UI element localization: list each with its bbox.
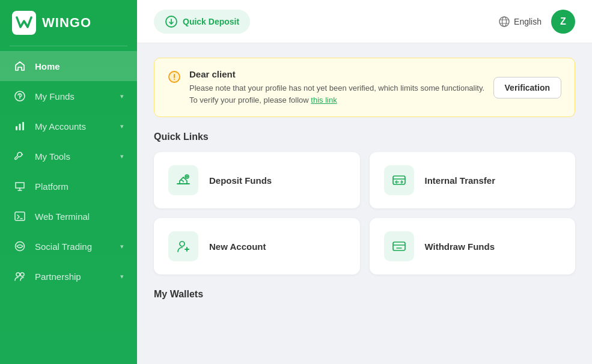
terminal-icon — [13, 210, 26, 223]
deposit-funds-icon — [175, 172, 192, 189]
language-label: English — [514, 17, 542, 26]
withdraw-funds-icon — [391, 238, 407, 255]
new-account-label: New Account — [209, 241, 266, 252]
sidebar-item-home[interactable]: Home — [0, 51, 137, 81]
sidebar-item-platform[interactable]: Platform — [0, 171, 137, 201]
sidebar-nav: Home My Funds ▾ My Accounts — [0, 46, 137, 364]
platform-icon — [13, 180, 26, 193]
withdraw-funds-card[interactable]: Withdraw Funds — [370, 218, 576, 275]
sidebar-item-my-accounts[interactable]: My Accounts ▾ — [0, 111, 137, 141]
home-icon — [13, 59, 26, 73]
new-account-icon — [175, 238, 192, 255]
svg-point-7 — [20, 273, 24, 276]
sidebar-item-partnership-label: Partnership — [35, 271, 112, 282]
globe-icon — [498, 16, 510, 28]
quick-links-title: Quick Links — [154, 132, 575, 142]
partnership-icon — [13, 270, 26, 283]
wallet-icon — [13, 89, 26, 103]
deposit-funds-label: Deposit Funds — [209, 175, 272, 186]
withdraw-funds-icon-wrap — [384, 231, 414, 261]
chevron-down-icon: ▾ — [120, 273, 124, 281]
quick-deposit-icon — [165, 15, 178, 28]
svg-rect-1 — [16, 126, 17, 130]
verification-alert: Dear client Please note that your profil… — [154, 58, 575, 117]
brand-name: WINGO — [42, 15, 91, 31]
verification-link[interactable]: this link — [311, 96, 337, 105]
withdraw-funds-label: Withdraw Funds — [425, 241, 495, 252]
alert-title: Dear client — [189, 69, 485, 79]
language-button[interactable]: English — [498, 16, 542, 28]
svg-rect-4 — [15, 212, 25, 220]
sidebar-item-partnership[interactable]: Partnership ▾ — [0, 261, 137, 291]
alert-warning-icon — [168, 70, 181, 83]
sidebar-item-social-trading[interactable]: Social Trading ▾ — [0, 231, 137, 261]
quick-deposit-button[interactable]: Quick Deposit — [154, 10, 250, 34]
social-trading-icon — [13, 240, 26, 253]
svg-point-6 — [16, 273, 20, 276]
svg-point-10 — [502, 17, 507, 26]
internal-transfer-label: Internal Transfer — [425, 175, 496, 186]
deposit-funds-icon-wrap — [168, 165, 198, 195]
sidebar-item-home-label: Home — [35, 61, 124, 71]
sidebar-item-web-terminal-label: Web Terminal — [35, 211, 124, 222]
sidebar-item-social-trading-label: Social Trading — [35, 241, 112, 252]
my-wallets-title: My Wallets — [154, 289, 575, 300]
logo-icon — [12, 11, 36, 35]
sidebar: WINGO Home My Funds ▾ — [0, 0, 137, 364]
svg-point-12 — [174, 79, 175, 80]
verification-button[interactable]: Verification — [493, 77, 561, 99]
content-area: Dear client Please note that your profil… — [137, 43, 592, 364]
sidebar-item-my-tools-label: My Tools — [35, 151, 112, 162]
svg-rect-14 — [393, 176, 405, 184]
svg-rect-16 — [393, 242, 405, 250]
alert-content: Dear client Please note that your profil… — [189, 69, 485, 106]
avatar[interactable]: Z — [551, 10, 575, 34]
alert-body: Please note that your profile has not ye… — [189, 82, 485, 106]
sidebar-item-my-funds-label: My Funds — [35, 91, 112, 102]
internal-transfer-icon-wrap — [384, 165, 414, 195]
new-account-icon-wrap — [168, 231, 198, 261]
sidebar-logo: WINGO — [0, 0, 137, 46]
svg-point-9 — [499, 17, 509, 26]
chevron-down-icon: ▾ — [120, 153, 124, 160]
quick-deposit-label: Quick Deposit — [183, 17, 239, 26]
chevron-down-icon: ▾ — [120, 123, 124, 130]
svg-point-15 — [180, 241, 185, 246]
new-account-card[interactable]: New Account — [154, 218, 360, 275]
sidebar-item-web-terminal[interactable]: Web Terminal — [0, 201, 137, 231]
internal-transfer-card[interactable]: Internal Transfer — [370, 152, 576, 208]
internal-transfer-icon — [391, 172, 407, 189]
deposit-funds-card[interactable]: Deposit Funds — [154, 152, 360, 208]
bar-chart-icon — [13, 120, 26, 133]
svg-rect-2 — [19, 124, 21, 130]
sidebar-item-my-tools[interactable]: My Tools ▾ — [0, 141, 137, 171]
quick-links-grid: Deposit Funds Internal Transf — [154, 152, 575, 275]
sidebar-item-platform-label: Platform — [35, 181, 124, 192]
main-area: Quick Deposit English Z — [137, 0, 592, 364]
header: Quick Deposit English Z — [137, 0, 592, 43]
sidebar-item-my-accounts-label: My Accounts — [35, 121, 112, 132]
sidebar-item-my-funds[interactable]: My Funds ▾ — [0, 81, 137, 111]
tools-icon — [13, 150, 26, 163]
chevron-down-icon: ▾ — [120, 243, 124, 250]
chevron-down-icon: ▾ — [120, 93, 124, 100]
svg-rect-3 — [22, 122, 24, 130]
my-wallets-section: My Wallets — [154, 289, 575, 300]
